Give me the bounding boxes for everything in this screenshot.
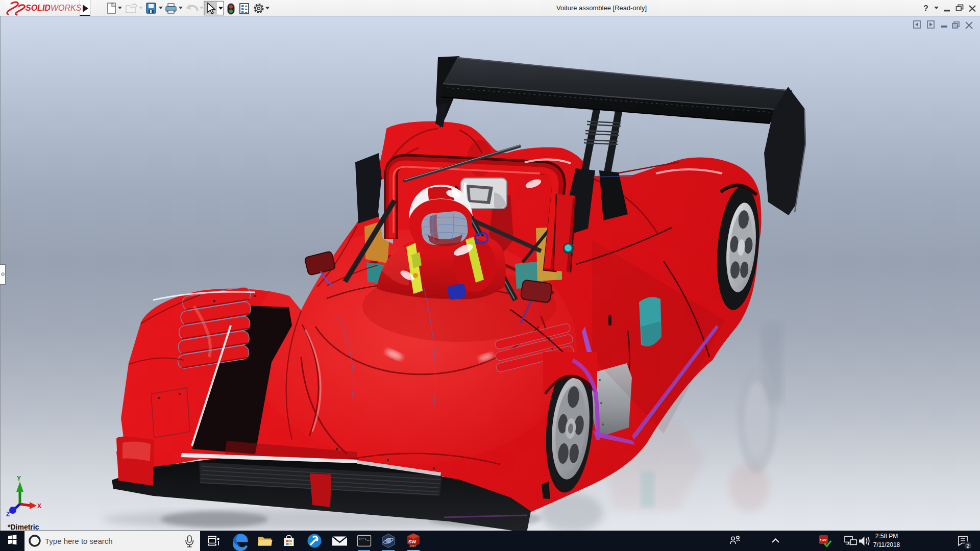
svg-text:C:\_: C:\_: [359, 537, 369, 541]
svg-text:X: X: [37, 503, 41, 510]
svg-text:?: ?: [923, 4, 928, 13]
svg-text:SW: SW: [408, 539, 416, 544]
svg-text:2017: 2017: [409, 544, 416, 547]
svg-text:SW: SW: [820, 538, 827, 542]
svg-text:Y: Y: [17, 475, 21, 482]
svg-text:SOLIDWORKS: SOLIDWORKS: [26, 4, 82, 12]
svg-text:2: 2: [967, 543, 970, 549]
svg-text:Z: Z: [6, 511, 10, 518]
